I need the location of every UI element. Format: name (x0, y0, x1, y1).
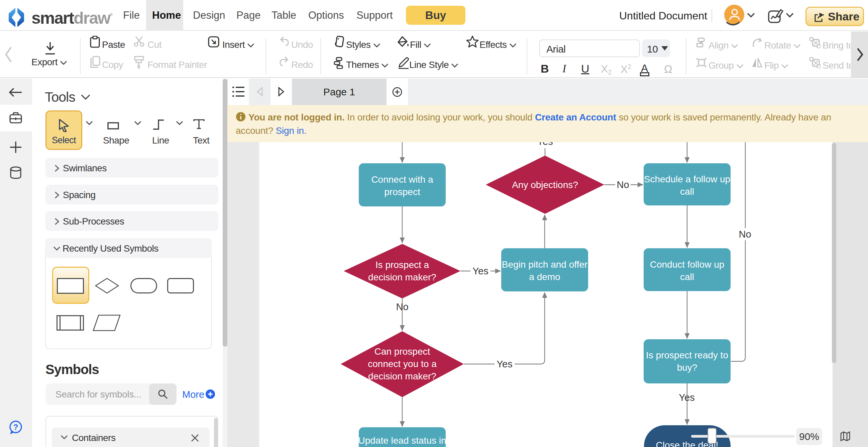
svg-text:?: ? (13, 423, 19, 431)
svg-text:Connect with a: Connect with a (371, 174, 433, 185)
svg-text:buy?: buy? (677, 362, 698, 373)
svg-text:Yes: Yes (679, 392, 694, 403)
svg-text:decision maker?: decision maker? (368, 272, 436, 282)
svg-text:Any objections?: Any objections? (512, 180, 578, 190)
svg-text:Yes: Yes (472, 266, 488, 276)
svg-text:Is prospect ready to: Is prospect ready to (646, 350, 728, 360)
svg-text:No: No (396, 301, 408, 312)
svg-text:Yes: Yes (497, 359, 512, 369)
svg-text:connect you to a: connect you to a (368, 359, 437, 369)
svg-text:a demo: a demo (529, 272, 560, 282)
svg-text:Conduct follow up: Conduct follow up (650, 259, 724, 270)
svg-text:prospect: prospect (384, 187, 420, 197)
svg-text:Schedule a follow up: Schedule a follow up (644, 174, 730, 184)
svg-text:Is prospect a: Is prospect a (375, 260, 429, 270)
svg-text:Begin pitch and offer: Begin pitch and offer (502, 259, 587, 270)
svg-text:decision maker?: decision maker? (368, 371, 436, 381)
svg-text:No: No (739, 229, 751, 240)
svg-text:call: call (680, 272, 694, 282)
svg-text:Can prospect: Can prospect (374, 346, 430, 357)
svg-text:Yes: Yes (537, 142, 553, 147)
svg-text:call: call (680, 186, 694, 197)
svg-text:Update lead status in: Update lead status in (358, 435, 446, 446)
svg-text:No: No (617, 179, 629, 190)
